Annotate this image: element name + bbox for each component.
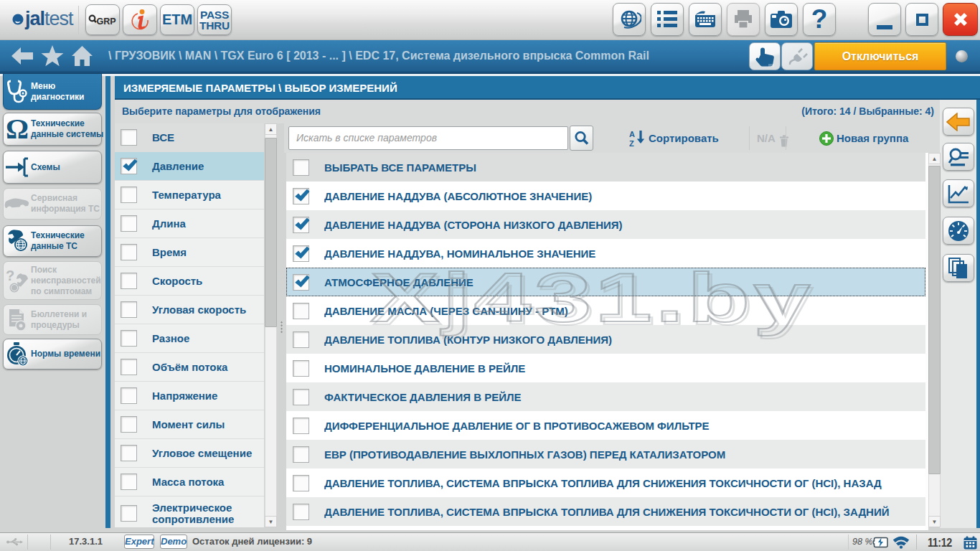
svg-text:GRP: GRP	[97, 16, 116, 26]
svg-text:?: ?	[6, 268, 14, 283]
svg-text:A: A	[629, 130, 635, 138]
svg-text:Z: Z	[629, 139, 634, 147]
